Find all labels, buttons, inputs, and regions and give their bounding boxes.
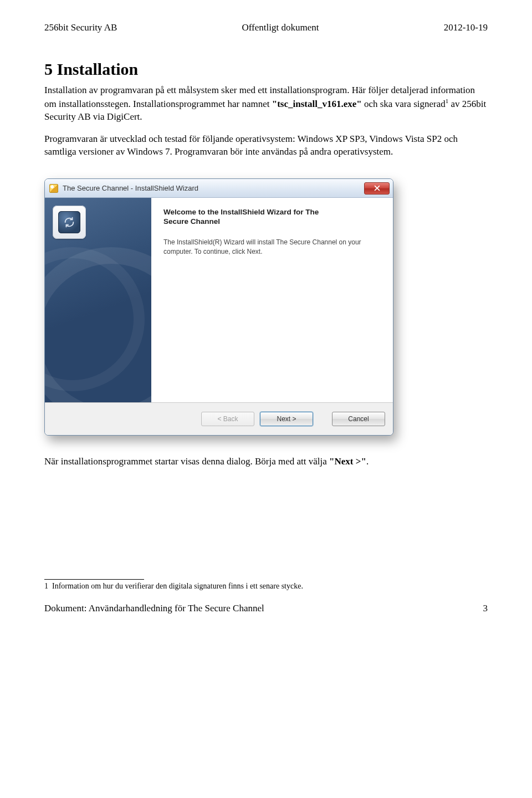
dialog-side-panel <box>45 198 151 402</box>
footer-page-number: 3 <box>483 603 488 614</box>
section-title: 5 Installation <box>44 60 488 79</box>
welcome-body: The InstallShield(R) Wizard will install… <box>163 238 381 255</box>
caption-b: . <box>366 456 369 467</box>
arrow-cycle-icon <box>63 216 75 228</box>
page-footer: Dokument: Användarhandledning för The Se… <box>44 603 488 614</box>
paragraph-2: Programvaran är utvecklad och testad för… <box>44 133 488 158</box>
next-button[interactable]: Next > <box>260 412 313 426</box>
footnote-text: Information om hur du verifierar den dig… <box>52 582 303 590</box>
back-button: < Back <box>201 412 254 426</box>
p1-text-b: och ska vara signerad <box>362 99 446 109</box>
page-header: 256bit Security AB Offentligt dokument 2… <box>44 22 488 33</box>
footnote-1: 1 Information om hur du verifierar den d… <box>44 582 488 591</box>
installer-screenshot: The Secure Channel - InstallShield Wizar… <box>44 178 488 436</box>
footer-left: Dokument: Användarhandledning för The Se… <box>44 603 264 614</box>
dialog-title: The Secure Channel - InstallShield Wizar… <box>63 184 198 192</box>
paragraph-1: Installation av programvaran på ett måls… <box>44 84 488 123</box>
cancel-button[interactable]: Cancel <box>332 412 385 426</box>
dialog-right-panel: Welcome to the InstallShield Wizard for … <box>151 198 393 402</box>
welcome-line-1: Welcome to the InstallShield Wizard for … <box>163 208 381 216</box>
footnote-separator <box>44 579 144 580</box>
installer-app-icon <box>49 184 58 193</box>
close-button[interactable] <box>364 182 390 195</box>
header-right: 2012-10-19 <box>444 22 488 33</box>
installshield-dialog: The Secure Channel - InstallShield Wizar… <box>44 178 393 436</box>
dialog-button-row: < Back Next > Cancel <box>45 403 393 435</box>
caption-a: När installationsprogrammet startar visa… <box>44 456 329 467</box>
welcome-line-2: Secure Channel <box>163 217 381 226</box>
close-icon <box>374 185 380 191</box>
caption-next-bold: "Next >" <box>329 456 366 467</box>
caption-paragraph: När installationsprogrammet startar visa… <box>44 456 488 468</box>
dialog-titlebar: The Secure Channel - InstallShield Wizar… <box>45 179 393 198</box>
document-page: 256bit Security AB Offentligt dokument 2… <box>0 0 532 798</box>
header-left: 256bit Security AB <box>44 22 117 33</box>
installer-logo <box>53 206 86 239</box>
dialog-body: Welcome to the InstallShield Wizard for … <box>45 198 393 403</box>
header-center: Offentligt dokument <box>242 22 319 33</box>
p1-filename-bold: "tsc_install_v161.exe" <box>272 99 362 109</box>
footnote-number: 1 <box>44 582 48 590</box>
